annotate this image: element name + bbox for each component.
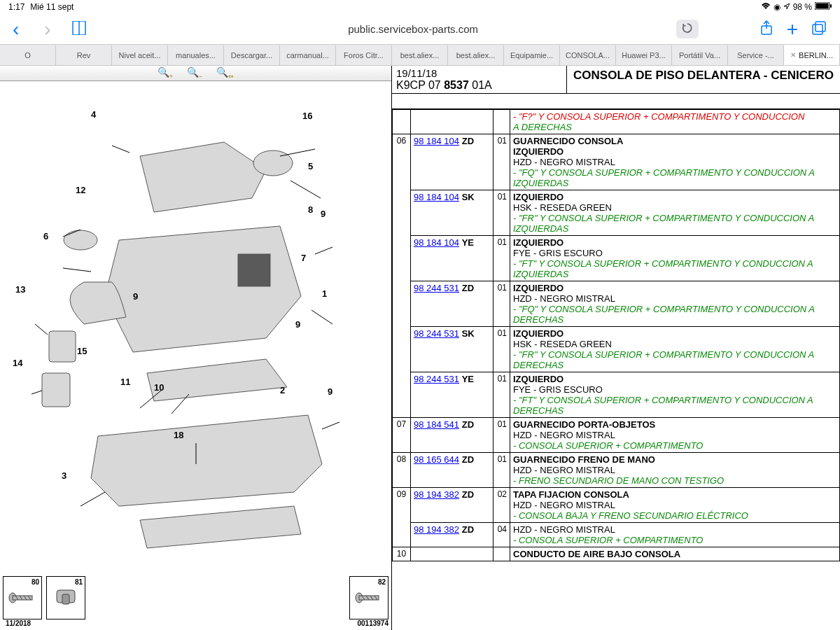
tab-label: best.aliex... (400, 51, 440, 59)
qty-cell: 04 (493, 523, 510, 547)
part-title: GUARNECIDO FRENO DE MANO (513, 454, 836, 465)
callout-9d: 9 (133, 291, 138, 302)
location-icon (783, 2, 790, 12)
browser-tab[interactable]: Descargar... (224, 45, 280, 65)
part-ref-link[interactable]: 98 244 531 (414, 283, 459, 293)
reload-button[interactable] (676, 20, 699, 38)
browser-tab[interactable]: ✕BERLIN... (784, 45, 840, 65)
qty-cell: 01 (493, 453, 510, 488)
part-color-code: HZD - NEGRO MISTRAL (513, 157, 836, 167)
browser-tab[interactable]: carmanual... (280, 45, 336, 65)
ref-cell: 98 165 644 ZD (411, 453, 493, 488)
svg-rect-9 (42, 373, 70, 407)
zoom-fit-icon[interactable]: 🔍⇔ (216, 66, 234, 80)
part-subtitle: IZQUIERDO (513, 328, 836, 339)
svg-line-14 (63, 268, 91, 272)
part-title: TAPA FIJACION CONSOLA (513, 489, 836, 500)
browser-tab[interactable]: manuales... (168, 45, 224, 65)
desc-cell: HZD - NEGRO MISTRAL- CONSOLA SUPERIOR + … (510, 523, 840, 547)
exploded-diagram[interactable]: 4 16 5 12 8 9 6 7 13 1 9 14 15 11 10 2 9… (0, 81, 391, 630)
callout-10: 10 (154, 382, 164, 393)
desc-cell: GUARNECIDO CONSOLAIZQUIERDOHZD - NEGRO M… (510, 134, 840, 190)
zoom-in-icon[interactable]: 🔍+ (158, 66, 173, 80)
part-ref-link[interactable]: 98 244 531 (414, 374, 459, 384)
forward-button[interactable]: › (31, 18, 63, 41)
part-ref-link[interactable]: 98 194 382 (414, 524, 459, 535)
part-note: - "FT" Y CONSOLA SUPERIOR + COMPARTIMENT… (513, 258, 836, 279)
ref-cell: 98 244 531 YE (411, 372, 493, 418)
browser-tab[interactable]: Nivel aceit... (112, 45, 168, 65)
tab-label: best.aliex... (456, 51, 496, 59)
part-color-code: HSK - RESEDA GREEN (513, 339, 836, 349)
tab-label: O (24, 51, 31, 59)
ref-cell: 98 244 531 SK (411, 327, 493, 372)
part-note: - "FT" Y CONSOLA SUPERIOR + COMPARTIMENT… (513, 395, 836, 416)
ref-cell: 98 194 382 ZD (411, 523, 493, 547)
part-note: - FRENO SECUNDARIO DE MANO CON TESTIGO (513, 475, 836, 486)
diagram-panel: 🔍+ 🔍− 🔍⇔ (0, 66, 392, 630)
browser-tab[interactable]: Service -... (728, 45, 784, 65)
callout-9b: 9 (295, 319, 300, 330)
part-ref-link[interactable]: 98 184 104 (414, 136, 459, 146)
part-ref-link[interactable]: 98 165 644 (414, 454, 459, 465)
share-button[interactable] (760, 20, 773, 38)
desc-cell: TAPA FIJACION CONSOLAHZD - NEGRO MISTRAL… (510, 488, 840, 523)
parts-table-scroll[interactable]: - "F?" Y CONSOLA SUPERIOR + COMPARTIMENT… (392, 109, 840, 630)
tab-label: carmanual... (286, 51, 329, 59)
ref-cell: 98 194 382 ZD (411, 488, 493, 523)
part-ref-link[interactable]: 98 184 104 (414, 192, 459, 202)
tab-label: Descargar... (231, 51, 272, 59)
browser-tab[interactable]: Portátil Va... (672, 45, 728, 65)
svg-rect-7 (238, 254, 270, 286)
svg-line-13 (290, 181, 321, 198)
browser-tab[interactable]: O (0, 45, 56, 65)
inset-80: 80 (3, 576, 42, 620)
callout-18: 18 (174, 430, 183, 440)
svg-line-23 (80, 492, 105, 506)
browser-tab[interactable]: Foros Citr... (336, 45, 392, 65)
part-title: GUARNECIDO CONSOLA (513, 136, 836, 146)
back-button[interactable]: ‹ (0, 18, 31, 41)
svg-line-11 (112, 146, 130, 153)
callout-3: 3 (62, 470, 66, 481)
part-color-code: HZD - NEGRO MISTRAL (513, 500, 836, 510)
tab-label: manuales... (176, 51, 216, 59)
callout-5: 5 (308, 161, 313, 172)
bookmarks-button[interactable] (64, 21, 94, 37)
qty-cell: 01 (493, 418, 510, 453)
zoom-out-icon[interactable]: 🔍− (187, 66, 202, 80)
battery-percent: 98 % (793, 2, 812, 12)
svg-point-6 (253, 150, 293, 176)
browser-tab[interactable]: best.aliex... (448, 45, 504, 65)
svg-rect-8 (49, 331, 76, 362)
part-note: - "FQ" Y CONSOLA SUPERIOR + COMPARTIMENT… (513, 304, 836, 325)
tabs-button[interactable] (812, 21, 826, 37)
callout-11: 11 (120, 377, 130, 387)
new-tab-button[interactable]: + (787, 18, 798, 41)
url-bar[interactable]: public.servicebox-parts.com (122, 19, 704, 39)
part-ref-link[interactable]: 98 194 382 (414, 489, 459, 500)
browser-tab[interactable]: CONSOLA... (560, 45, 616, 65)
ipad-status-bar: 1:17 Mié 11 sept ◉ 98 % (0, 0, 840, 14)
status-date: Mié 11 sept (30, 2, 74, 12)
browser-tab[interactable]: best.aliex... (392, 45, 448, 65)
part-note: - CONSOLA SUPERIOR + COMPARTIMENTO (513, 535, 836, 545)
svg-point-10 (64, 230, 97, 250)
row-index: 06 (393, 134, 411, 418)
doc-code: K9CP 07 8537 01A (396, 79, 562, 92)
part-subtitle: IZQUIERDO (513, 146, 836, 157)
tab-label: Service -... (737, 51, 774, 59)
browser-tab[interactable]: Equipamie... (504, 45, 560, 65)
browser-tab[interactable]: Huawei P3... (616, 45, 672, 65)
part-ref-link[interactable]: 98 184 541 (414, 419, 459, 430)
part-ref-link[interactable]: 98 244 531 (414, 328, 459, 339)
svg-line-12 (280, 149, 315, 156)
close-icon[interactable]: ✕ (790, 51, 796, 59)
callout-1: 1 (322, 288, 327, 299)
part-ref-link[interactable]: 98 184 104 (414, 237, 459, 248)
tab-label: Huawei P3... (622, 51, 665, 59)
callout-9c: 9 (328, 386, 332, 397)
do-not-disturb-icon: ◉ (774, 2, 780, 12)
browser-tab[interactable]: Rev (56, 45, 112, 65)
desc-cell: IZQUIERDOHSK - RESEDA GREEN- "FR" Y CONS… (510, 190, 840, 236)
